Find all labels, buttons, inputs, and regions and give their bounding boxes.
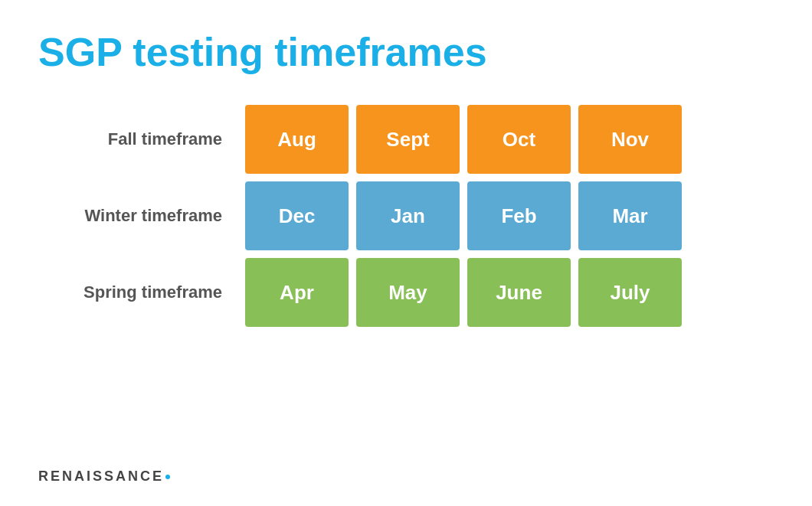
logo-dot [165, 475, 170, 479]
mar-cell: Mar [578, 181, 682, 250]
winter-row: Winter timeframe Dec Jan Feb Mar [54, 181, 774, 250]
june-cell: June [467, 258, 571, 327]
page-container: SGP testing timeframes Fall timeframe Au… [0, 0, 812, 506]
logo-text: RENAISSANCE [38, 468, 164, 485]
oct-cell: Oct [467, 105, 571, 174]
may-cell: May [356, 258, 460, 327]
timeframe-grid: Fall timeframe Aug Sept Oct Nov Winter t… [54, 105, 774, 327]
jan-cell: Jan [356, 181, 460, 250]
aug-cell: Aug [245, 105, 349, 174]
fall-row: Fall timeframe Aug Sept Oct Nov [54, 105, 774, 174]
spring-label: Spring timeframe [54, 282, 237, 302]
page-title: SGP testing timeframes [38, 31, 774, 74]
spring-row: Spring timeframe Apr May June July [54, 258, 774, 327]
fall-label: Fall timeframe [54, 129, 237, 149]
renaissance-logo: RENAISSANCE [38, 468, 170, 485]
dec-cell: Dec [245, 181, 349, 250]
sept-cell: Sept [356, 105, 460, 174]
winter-label: Winter timeframe [54, 206, 237, 226]
apr-cell: Apr [245, 258, 349, 327]
feb-cell: Feb [467, 181, 571, 250]
nov-cell: Nov [578, 105, 682, 174]
july-cell: July [578, 258, 682, 327]
